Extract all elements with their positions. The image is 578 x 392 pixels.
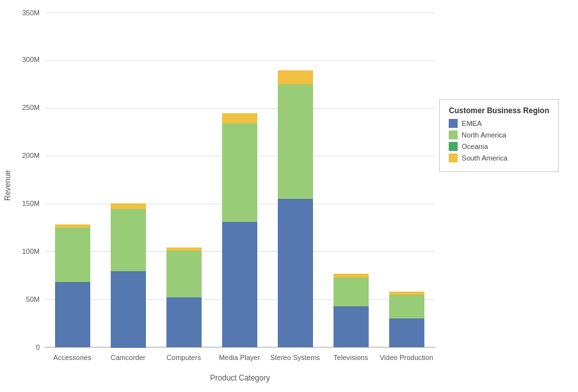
y-tick-200: 200M [22,152,40,159]
bar-mediaplayer-southamerica [222,113,257,123]
bar-videoproduction-emea [389,318,424,347]
bar-mediaplayer-northamerica [222,123,257,222]
bar-stereosystems-southamerica [278,70,313,84]
x-label-computers: Computers [166,354,201,361]
chart-container: 0 50M 100M 150M 200M 250M 300M 350M Reve… [0,0,578,392]
bar-stereosystems-emea [278,199,313,347]
legend-title: Customer Business Region [449,106,549,115]
legend-item-northamerica: North America [449,130,549,139]
bar-camcorder-emea [111,271,146,348]
legend-swatch-southamerica [449,153,458,162]
bar-accessories-northamerica [55,228,90,282]
bar-videoproduction-northamerica [389,295,424,318]
bar-camcorder-southamerica [111,203,146,209]
x-label-camcorder: Camcorder [111,354,146,361]
y-tick-150: 150M [22,200,40,207]
bar-camcorder-northamerica [111,209,146,271]
bar-videoproduction-southamerica [389,292,424,295]
bar-computers-southamerica [166,247,202,251]
y-tick-100: 100M [22,247,40,255]
bar-computers-emea [166,297,202,347]
x-label-stereosystems: Stereo Systems [270,354,320,361]
bar-computers-northamerica [166,251,202,297]
x-axis-label: Product Category [210,373,269,382]
bar-mediaplayer-emea [222,222,257,347]
bar-televisions-emea [333,306,369,347]
legend-item-oceania: Oceania [449,142,549,151]
legend-item-emea: EMEA [449,119,549,128]
y-tick-300: 300M [22,56,40,63]
legend-swatch-oceania [449,142,458,151]
x-label-mediaplayer: Media Player [219,354,261,361]
x-label-videoproduction: Video Production [380,354,433,361]
y-axis-label: Revenue [3,170,12,201]
legend-label-southamerica: South America [462,154,508,162]
legend-label-oceania: Oceania [462,143,488,150]
y-tick-0: 0 [36,343,40,351]
legend: Customer Business Region EMEA North Amer… [439,99,559,172]
bar-accessories-southamerica [55,224,90,228]
y-tick-350: 350M [22,9,40,17]
x-label-televisions: Televisions [333,354,368,361]
bar-accessories-emea [55,282,90,347]
legend-swatch-emea [449,119,458,128]
legend-label-northamerica: North America [462,131,506,139]
bar-televisions-northamerica [333,278,369,306]
legend-label-emea: EMEA [462,120,481,127]
legend-item-southamerica: South America [449,153,549,162]
x-label-accessories: Accessories [53,354,92,361]
legend-swatch-northamerica [449,130,458,139]
y-tick-250: 250M [22,104,40,111]
bar-televisions-southamerica [333,274,369,278]
y-tick-50: 50M [26,295,40,303]
bar-stereosystems-northamerica [278,84,313,199]
